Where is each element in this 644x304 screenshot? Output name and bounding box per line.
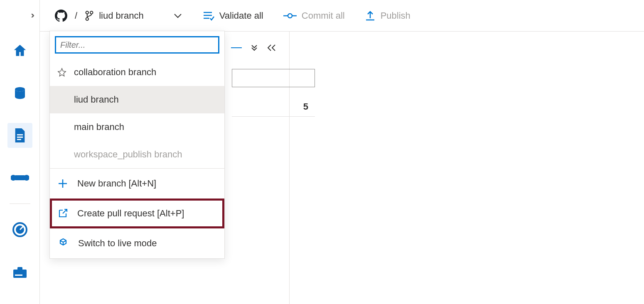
publish-button[interactable]: Publish bbox=[365, 10, 410, 22]
panel-search-box[interactable] bbox=[232, 69, 315, 87]
publish-label: Publish bbox=[381, 10, 410, 21]
branch-item-liud[interactable]: liud branch bbox=[50, 86, 224, 113]
left-sidebar: ›› bbox=[0, 0, 40, 304]
switch-live-label: Switch to live mode bbox=[78, 238, 157, 249]
switch-live-mode-action[interactable]: Switch to live mode bbox=[50, 228, 224, 258]
breadcrumb-separator: / bbox=[75, 10, 77, 21]
sidebar-expand-chevron[interactable]: ›› bbox=[31, 10, 32, 21]
branch-name: liud branch bbox=[99, 10, 144, 21]
top-toolbar: / liud branch Validate all Commit all Pu… bbox=[40, 0, 644, 32]
create-pr-label: Create pull request [Alt+P] bbox=[77, 208, 184, 219]
branch-item-label: workspace_publish branch bbox=[74, 149, 182, 160]
branch-item-label: main branch bbox=[74, 122, 124, 132]
expand-down-icon[interactable] bbox=[249, 44, 259, 51]
collapse-left-icon[interactable] bbox=[267, 44, 277, 51]
svg-point-13 bbox=[288, 14, 292, 18]
home-icon bbox=[12, 43, 28, 59]
validate-all-button[interactable]: Validate all bbox=[202, 10, 263, 21]
toolbox-icon bbox=[12, 265, 28, 279]
svg-point-12 bbox=[86, 17, 89, 20]
svg-point-10 bbox=[86, 11, 89, 14]
database-icon bbox=[12, 86, 27, 101]
sidebar-item-home[interactable] bbox=[7, 38, 32, 63]
branch-item-collaboration[interactable]: collaboration branch bbox=[50, 59, 224, 86]
sidebar-item-manage[interactable] bbox=[7, 260, 32, 284]
publish-icon bbox=[365, 10, 376, 22]
branch-item-label: liud branch bbox=[74, 94, 119, 105]
pipeline-icon bbox=[11, 171, 29, 184]
document-icon bbox=[13, 127, 27, 144]
branch-icon bbox=[85, 10, 94, 21]
panel-header bbox=[231, 44, 277, 51]
svg-rect-7 bbox=[13, 270, 27, 278]
new-branch-action[interactable]: New branch [Alt+N] bbox=[50, 169, 224, 199]
branch-item-main[interactable]: main branch bbox=[50, 113, 224, 141]
branch-item-workspace-publish: workspace_publish branch bbox=[50, 141, 224, 168]
sidebar-item-monitor[interactable] bbox=[7, 217, 32, 242]
new-branch-label: New branch [Alt+N] bbox=[77, 178, 156, 189]
tab-indicator bbox=[231, 47, 242, 48]
github-icon[interactable] bbox=[55, 10, 67, 22]
external-link-icon bbox=[57, 208, 68, 219]
svg-rect-9 bbox=[15, 275, 22, 276]
star-icon bbox=[57, 68, 66, 77]
branch-item-label: collaboration branch bbox=[74, 67, 156, 78]
sidebar-divider bbox=[10, 203, 30, 204]
svg-point-0 bbox=[15, 87, 25, 92]
commit-icon bbox=[283, 12, 297, 20]
panel-count: 5 bbox=[232, 101, 315, 117]
gauge-icon bbox=[12, 221, 28, 238]
commit-all-button[interactable]: Commit all bbox=[283, 10, 345, 21]
branch-dropdown: collaboration branch liud branch main br… bbox=[49, 31, 225, 259]
svg-point-11 bbox=[90, 11, 93, 14]
commit-all-label: Commit all bbox=[302, 10, 345, 21]
branch-filter-input[interactable] bbox=[55, 36, 219, 54]
sidebar-item-integrate[interactable] bbox=[7, 165, 32, 190]
plus-icon bbox=[57, 178, 68, 189]
sidebar-item-develop[interactable] bbox=[7, 123, 32, 148]
validate-all-label: Validate all bbox=[219, 10, 263, 21]
chevron-down-icon bbox=[174, 13, 182, 19]
sync-icon bbox=[57, 238, 69, 249]
svg-rect-8 bbox=[17, 267, 22, 270]
sidebar-item-data[interactable] bbox=[7, 81, 32, 105]
create-pull-request-action[interactable]: Create pull request [Alt+P] bbox=[50, 199, 224, 228]
validate-icon bbox=[202, 10, 214, 21]
branch-selector[interactable]: liud branch bbox=[85, 10, 182, 21]
